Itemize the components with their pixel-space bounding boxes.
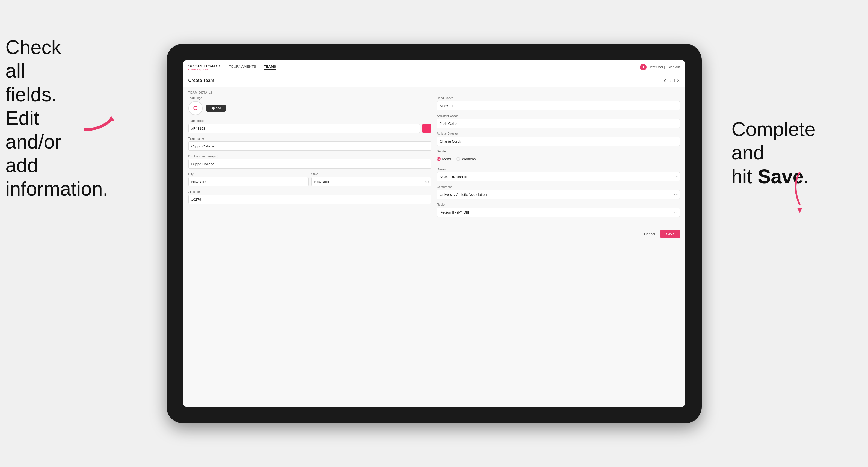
cancel-label-top: Cancel bbox=[664, 79, 675, 83]
logo-area: C Upload bbox=[188, 101, 431, 115]
nav-links: TOURNAMENTS TEAMS bbox=[229, 64, 640, 70]
gender-womens-radio[interactable]: Womens bbox=[456, 157, 476, 161]
team-colour-group: Team colour bbox=[188, 119, 431, 133]
form-header: Create Team Cancel ✕ bbox=[183, 74, 685, 87]
division-label: Division bbox=[437, 167, 680, 171]
head-coach-label: Head Coach bbox=[437, 96, 680, 100]
gender-mens-radio[interactable]: Mens bbox=[437, 157, 451, 161]
team-logo-group: Team logo C Upload bbox=[188, 96, 431, 115]
conference-group: Conference University Athletic Associati… bbox=[437, 185, 680, 199]
team-name-label: Team name bbox=[188, 137, 431, 140]
assistant-coach-input[interactable] bbox=[437, 119, 680, 128]
region-select[interactable]: Region II - (M) DIII bbox=[437, 208, 680, 217]
upload-button[interactable]: Upload bbox=[207, 104, 225, 112]
athletic-director-input[interactable] bbox=[437, 136, 680, 146]
color-swatch[interactable] bbox=[422, 124, 431, 133]
radio-dot-mens bbox=[437, 157, 441, 161]
arrow-right-icon bbox=[775, 169, 813, 213]
city-label: City bbox=[188, 172, 309, 176]
annotation-left-line2: Edit and/or add bbox=[5, 107, 61, 176]
brand-sub: Powered by clippd bbox=[188, 68, 221, 71]
annotation-right-prefix: Complete and bbox=[732, 118, 815, 164]
cancel-button-footer[interactable]: Cancel bbox=[641, 230, 658, 238]
user-avatar: T bbox=[640, 64, 647, 70]
team-colour-input[interactable] bbox=[188, 124, 420, 133]
zip-label: Zip code bbox=[188, 190, 431, 193]
annotation-left: Check all fields. Edit and/or add inform… bbox=[5, 35, 82, 201]
arrow-left-icon bbox=[76, 109, 126, 136]
team-name-group: Team name bbox=[188, 137, 431, 151]
cancel-button-top[interactable]: Cancel ✕ bbox=[664, 79, 680, 83]
annotation-left-line1: Check all fields. bbox=[5, 36, 61, 105]
form-left-col: Team logo C Upload Team colour bbox=[188, 96, 431, 221]
division-group: Division NCAA Division III ▾ bbox=[437, 167, 680, 181]
division-select[interactable]: NCAA Division III bbox=[437, 172, 680, 181]
team-name-input[interactable] bbox=[188, 142, 431, 151]
region-label: Region bbox=[437, 203, 680, 206]
logo-letter: C bbox=[193, 104, 198, 112]
zip-input[interactable] bbox=[188, 195, 431, 204]
logo-circle: C bbox=[188, 101, 203, 115]
team-logo-label: Team logo bbox=[188, 96, 431, 100]
main-content: Create Team Cancel ✕ TEAM DETAILS Team l… bbox=[183, 74, 685, 407]
region-select-wrap: Region II - (M) DIII ✕ ▾ bbox=[437, 208, 680, 217]
team-colour-label: Team colour bbox=[188, 119, 431, 122]
navbar: SCOREBOARD Powered by clippd TOURNAMENTS… bbox=[183, 60, 685, 74]
state-label: State bbox=[311, 172, 431, 176]
nav-tournaments[interactable]: TOURNAMENTS bbox=[229, 64, 256, 70]
brand-title: SCOREBOARD bbox=[188, 64, 221, 68]
city-state-row: City State New York ✕ bbox=[188, 172, 431, 186]
head-coach-input[interactable] bbox=[437, 101, 680, 110]
city-group: City bbox=[188, 172, 309, 186]
city-input[interactable] bbox=[188, 177, 309, 186]
region-group: Region Region II - (M) DIII ✕ ▾ bbox=[437, 203, 680, 217]
assistant-coach-label: Assistant Coach bbox=[437, 114, 680, 118]
athletic-director-group: Athletic Director bbox=[437, 132, 680, 146]
tablet-container: SCOREBOARD Powered by clippd TOURNAMENTS… bbox=[166, 44, 702, 423]
svg-marker-1 bbox=[797, 208, 803, 213]
assistant-coach-group: Assistant Coach bbox=[437, 114, 680, 128]
navbar-brand: SCOREBOARD Powered by clippd bbox=[188, 64, 221, 71]
nav-teams[interactable]: TEAMS bbox=[264, 64, 276, 70]
division-select-wrap: NCAA Division III ▾ bbox=[437, 172, 680, 181]
state-select-wrap: New York ✕ ▾ bbox=[311, 177, 431, 186]
form-title: Create Team bbox=[188, 78, 214, 83]
gender-mens-label: Mens bbox=[442, 157, 451, 161]
signout-link[interactable]: Sign out bbox=[668, 65, 680, 69]
gender-womens-label: Womens bbox=[462, 157, 476, 161]
head-coach-group: Head Coach bbox=[437, 96, 680, 110]
conference-select[interactable]: University Athletic Association bbox=[437, 190, 680, 199]
close-icon[interactable]: ✕ bbox=[677, 79, 680, 83]
section-label: TEAM DETAILS bbox=[183, 87, 685, 96]
gender-radio-group: Mens Womens bbox=[437, 154, 680, 164]
display-name-label: Display name (unique) bbox=[188, 155, 431, 158]
conference-label: Conference bbox=[437, 185, 680, 188]
gender-group: Gender Mens Womens bbox=[437, 150, 680, 164]
navbar-right: T Test User | Sign out bbox=[640, 64, 680, 70]
state-select[interactable]: New York bbox=[311, 177, 431, 186]
form-right-col: Head Coach Assistant Coach Athletic Dire… bbox=[437, 96, 680, 221]
save-button[interactable]: Save bbox=[660, 230, 680, 238]
athletic-director-label: Athletic Director bbox=[437, 132, 680, 135]
display-name-input[interactable] bbox=[188, 159, 431, 168]
display-name-group: Display name (unique) bbox=[188, 155, 431, 168]
conference-select-wrap: University Athletic Association ✕ ▾ bbox=[437, 190, 680, 199]
form-footer: Cancel Save bbox=[183, 226, 685, 242]
state-group: State New York ✕ ▾ bbox=[311, 172, 431, 186]
user-label: Test User | bbox=[649, 65, 665, 69]
svg-marker-0 bbox=[108, 116, 115, 121]
tablet-screen: SCOREBOARD Powered by clippd TOURNAMENTS… bbox=[183, 60, 685, 407]
color-field bbox=[188, 124, 431, 133]
radio-dot-womens bbox=[456, 157, 460, 161]
zip-group: Zip code bbox=[188, 190, 431, 204]
form-body: Team logo C Upload Team colour bbox=[183, 96, 685, 226]
form-two-col: Team logo C Upload Team colour bbox=[188, 96, 680, 221]
annotation-left-line3: information. bbox=[5, 178, 108, 199]
gender-label: Gender bbox=[437, 150, 680, 153]
